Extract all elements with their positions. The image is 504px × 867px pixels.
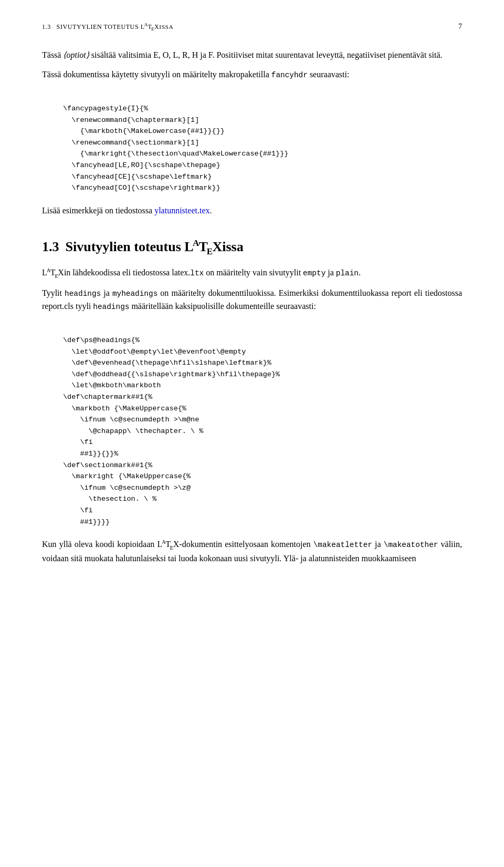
section-number: 1.3 [42, 236, 59, 257]
intro-para-2: Tässä dokumentissa käytetty sivutyyli on… [42, 68, 462, 81]
body-para-1: LATEXin lähdekoodissa eli tiedostossa la… [42, 266, 462, 281]
intro-para-1: Tässä ⟨optiot⟩ sisältää valitsimia E, O,… [42, 49, 462, 62]
page-header: 1.3 Sivutyylien toteutus LATEXissa 7 [42, 21, 462, 33]
code-block-1: \fancypagestyle{I}{% \renewcommand{\chap… [63, 91, 462, 193]
section-title: Sivutyylien toteutus LATEXissa [66, 236, 244, 259]
body-para-2: Tyylit headings ja myheadings on määrite… [42, 287, 462, 313]
ylatunnisteet-link[interactable]: ylatunnisteet.tex [154, 206, 209, 215]
header-section-title: 1.3 Sivutyylien toteutus LATEXissa [42, 22, 173, 33]
code-block-2: \def\ps@headings{% \let\@oddfoot\@empty\… [63, 323, 462, 528]
closing-para: Kun yllä oleva koodi kopioidaan LATEX-do… [42, 538, 462, 565]
page-number: 7 [458, 21, 462, 32]
link-sentence: Lisää esimerkkejä on tiedostossa ylatunn… [42, 204, 462, 218]
section-1-3-heading: 1.3 Sivutyylien toteutus LATEXissa [42, 236, 462, 259]
